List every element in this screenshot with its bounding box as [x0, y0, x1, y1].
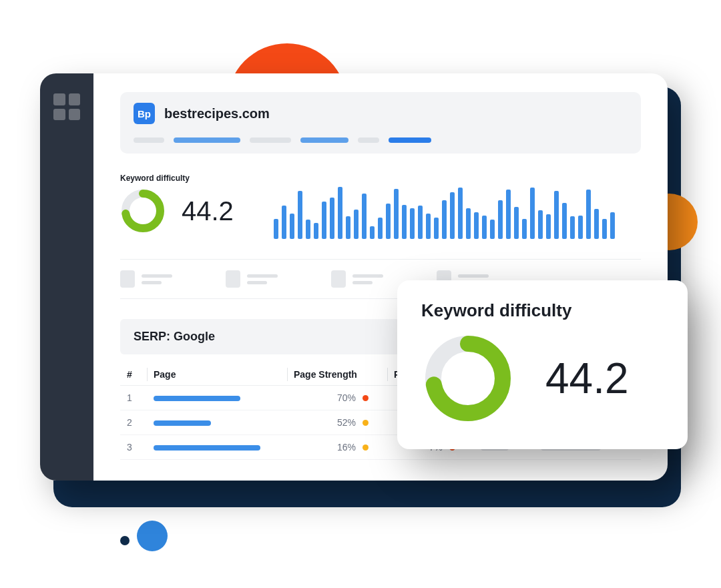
decoration-navy-dot [120, 536, 130, 545]
rank-cell: 1 [120, 386, 147, 410]
trend-bar-chart [274, 186, 615, 239]
header-tab-placeholder[interactable] [358, 137, 379, 143]
trend-bar [370, 226, 375, 239]
strength-cell: 70% [287, 386, 387, 410]
trend-bar [330, 198, 334, 239]
trend-bar [282, 206, 286, 239]
popover-value: 44.2 [545, 354, 629, 403]
popover-title: Keyword difficulty [421, 300, 664, 321]
trend-bar [602, 219, 607, 239]
trend-bar [442, 200, 447, 239]
trend-bar [322, 202, 326, 239]
kd-value: 44.2 [182, 196, 234, 226]
trend-bar [426, 214, 431, 239]
trend-bar [570, 216, 575, 239]
trend-bar [466, 208, 471, 239]
header-tab-placeholder[interactable] [134, 137, 164, 143]
keyword-difficulty-popover: Keyword difficulty 44.2 [397, 280, 688, 449]
trend-bar [434, 218, 439, 239]
trend-bar [354, 210, 358, 239]
trend-bar [378, 218, 383, 239]
trend-bar [450, 192, 455, 239]
serp-col-rank: # [120, 364, 147, 386]
rank-cell: 3 [120, 435, 147, 460]
trend-bar [410, 208, 415, 239]
trend-bar [522, 219, 527, 239]
page-cell [147, 435, 287, 460]
trend-bar [346, 216, 350, 239]
header-tab-placeholder[interactable] [174, 137, 240, 143]
page-cell [147, 410, 287, 435]
trend-bar [274, 219, 278, 239]
decoration-blue-dot [137, 521, 168, 551]
trend-bar [506, 190, 511, 239]
popover-gauge-icon [421, 332, 515, 425]
header-tab-placeholder[interactable] [389, 137, 431, 143]
trend-bar [498, 200, 503, 239]
metric-placeholder [331, 270, 383, 288]
trend-bar [578, 216, 583, 239]
trend-bar [586, 190, 591, 239]
strength-cell: 16% [287, 435, 387, 460]
keyword-difficulty-widget: Keyword difficulty 44.2 [120, 174, 234, 234]
kd-label: Keyword difficulty [120, 174, 234, 183]
trend-bar [562, 203, 567, 239]
domain-header-card: Bp bestrecipes.com [120, 92, 641, 154]
trend-bar [314, 223, 318, 239]
header-tab-placeholder[interactable] [300, 137, 348, 143]
trend-bar [546, 214, 551, 239]
trend-bar [474, 212, 479, 239]
serp-col-page: Page [147, 364, 287, 386]
trend-bar [362, 194, 367, 239]
trend-bar [402, 205, 407, 239]
trend-bar [338, 187, 342, 239]
trend-bar [418, 206, 423, 239]
trend-bar [290, 214, 294, 239]
trend-bar [490, 220, 495, 239]
page-cell [147, 386, 287, 410]
trend-bar [538, 210, 543, 239]
trend-bar [394, 189, 399, 239]
trend-bar [554, 191, 559, 239]
trend-bar [594, 209, 599, 239]
trend-bar [298, 191, 302, 239]
trend-bar [306, 220, 310, 239]
strength-cell: 52% [287, 410, 387, 435]
trend-bar [610, 212, 615, 239]
metric-placeholder [226, 270, 278, 288]
trend-bar [386, 204, 391, 239]
trend-bar [482, 216, 487, 239]
trend-bar [458, 188, 463, 239]
kd-gauge-icon [120, 188, 166, 234]
header-tab-placeholder[interactable] [250, 137, 291, 143]
trend-bar [514, 207, 519, 239]
domain-name: bestrecipes.com [164, 106, 270, 121]
rank-cell: 2 [120, 410, 147, 435]
header-tab-strip [134, 137, 628, 143]
site-favicon: Bp [134, 103, 155, 124]
serp-col-strength: Page Strength [287, 364, 387, 386]
trend-bar [530, 188, 535, 239]
dashboard-icon[interactable] [53, 93, 80, 120]
sidebar [40, 73, 93, 481]
metric-placeholder [120, 270, 172, 288]
